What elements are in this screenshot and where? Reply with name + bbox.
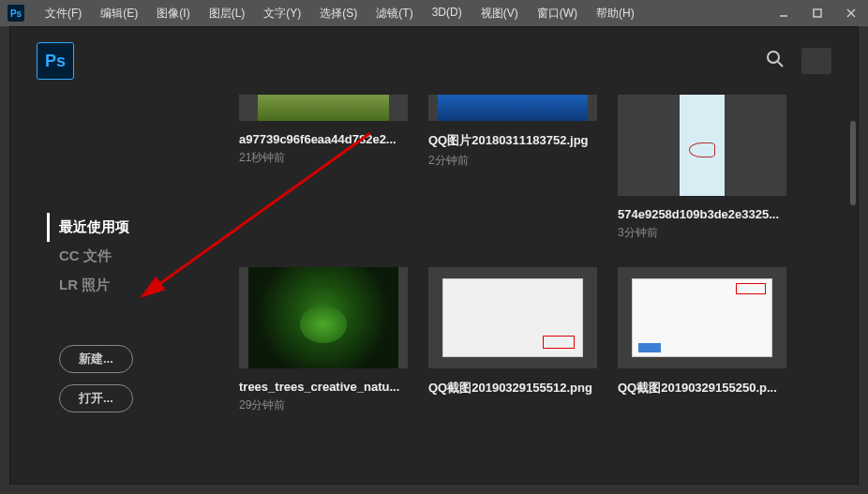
file-card[interactable]: QQ图片20180311183752.jpg2分钟前 [428, 95, 597, 241]
menu-item[interactable]: 图层(L) [200, 6, 255, 22]
file-card[interactable]: a97739c96f6eaa44d782e2...21秒钟前 [239, 95, 408, 241]
sidebar-tab[interactable]: CC 文件 [59, 242, 226, 271]
menu-item[interactable]: 编辑(E) [91, 6, 147, 22]
app-logo: Ps [37, 42, 74, 80]
file-thumbnail [618, 95, 786, 196]
sidebar-tab[interactable]: LR 照片 [59, 271, 226, 300]
app-icon-small: Ps [7, 5, 24, 22]
file-card[interactable]: QQ截图20190329155512.png [428, 267, 597, 413]
sidebar: 最近使用项CC 文件LR 照片 新建... 打开... [10, 95, 226, 484]
open-button[interactable]: 打开... [59, 384, 133, 412]
file-time: 3分钟前 [618, 225, 786, 241]
file-thumbnail [428, 267, 597, 368]
file-card[interactable]: 574e9258d109b3de2e3325...3分钟前 [618, 95, 786, 241]
file-time: 21秒钟前 [239, 150, 408, 166]
file-name: a97739c96f6eaa44d782e2... [239, 132, 408, 146]
maximize-button[interactable] [801, 0, 834, 26]
file-thumbnail [618, 267, 786, 368]
menu-item[interactable]: 图像(I) [147, 6, 199, 22]
file-thumbnail [239, 95, 408, 121]
scrollbar-thumb[interactable] [850, 121, 856, 205]
svg-point-4 [768, 52, 779, 63]
search-icon[interactable] [766, 50, 785, 72]
menu-item[interactable]: 文字(Y) [254, 6, 310, 22]
account-button[interactable] [801, 48, 831, 74]
file-thumbnail [428, 95, 597, 121]
menu-item[interactable]: 3D(D) [423, 6, 471, 22]
file-name: 574e9258d109b3de2e3325... [618, 207, 786, 221]
new-button[interactable]: 新建... [59, 345, 133, 373]
file-name: QQ图片20180311183752.jpg [428, 132, 597, 149]
file-name: QQ截图20190329155512.png [428, 380, 597, 397]
menu-item[interactable]: 窗口(W) [528, 6, 587, 22]
file-time: 2分钟前 [428, 153, 597, 169]
menu-item[interactable]: 滤镜(T) [367, 6, 422, 22]
menu-item[interactable]: 文件(F) [36, 6, 91, 22]
sidebar-tab[interactable]: 最近使用项 [47, 213, 226, 242]
menubar: Ps 文件(F)编辑(E)图像(I)图层(L)文字(Y)选择(S)滤镜(T)3D… [0, 0, 868, 26]
scrollbar[interactable] [848, 27, 858, 484]
menu-item[interactable]: 选择(S) [310, 6, 367, 22]
menu-item[interactable]: 帮助(H) [587, 6, 644, 22]
file-thumbnail [239, 267, 408, 368]
file-name: QQ截图20190329155250.p... [618, 380, 786, 397]
file-card[interactable]: trees_trees_creative_natu...29分钟前 [239, 267, 408, 413]
minimize-button[interactable] [767, 0, 801, 26]
start-header: Ps [10, 27, 858, 95]
file-card[interactable]: QQ截图20190329155250.p... [618, 267, 786, 413]
svg-rect-1 [814, 9, 821, 17]
close-button[interactable] [834, 0, 868, 26]
menu-item[interactable]: 视图(V) [471, 6, 528, 22]
file-time: 29分钟前 [239, 397, 408, 413]
svg-line-5 [778, 62, 783, 67]
file-name: trees_trees_creative_natu... [239, 380, 408, 394]
window-controls [767, 0, 868, 26]
